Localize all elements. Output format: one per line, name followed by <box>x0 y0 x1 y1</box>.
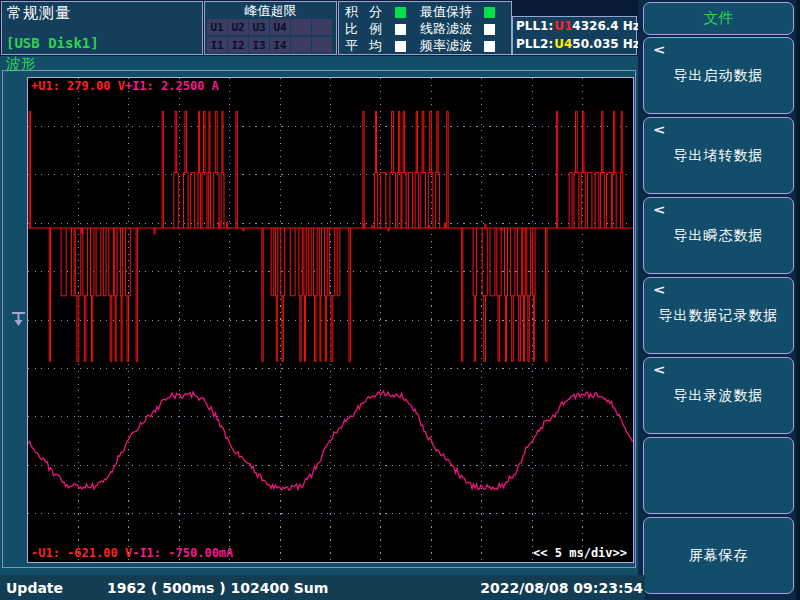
peak-cell <box>291 19 311 35</box>
timebase-label: << 5 ms/div>> <box>533 546 627 560</box>
usb-disk-status: [USB Disk1] <box>6 35 99 51</box>
measurement-mode-panel: 常规测量 [USB Disk1] <box>1 1 203 55</box>
sidebar-button-label: 导出启动数据 <box>674 67 764 85</box>
pll-value: 4326.4 Hz <box>572 19 640 33</box>
status-bar: Update 1962 ( 500ms ) 102400 Sum 2022/08… <box>0 575 645 600</box>
toggle-label-ratio: 比例 <box>345 20 387 38</box>
peak-over-limit-panel: 峰值超限 U1U2U3U4 I1I2I3I4 <box>204 1 337 55</box>
trigger-marker-icon[interactable] <box>10 311 28 329</box>
sidebar-file-menu: 文件 <导出启动数据<导出堵转数据<导出瞬态数据<导出数据记录数据<导出录波数据… <box>638 0 800 600</box>
peak-over-limit-row-i: I1I2I3I4 <box>207 37 332 53</box>
status-counter: 1962 ( 500ms ) 102400 Sum <box>107 580 328 596</box>
peak-cell: U1 <box>207 19 227 35</box>
toggle-label-average: 平均 <box>345 37 387 55</box>
integration-filter-panel: 积分最值保持比例线路滤波平均频率滤波 <box>338 1 512 55</box>
peak-cell <box>312 37 332 53</box>
pll-panel: PLL1:U14326.4 HzPLL2:U450.035 Hz <box>512 16 637 55</box>
peak-cell: I4 <box>270 37 290 53</box>
sidebar-title-file: 文件 <box>643 2 794 35</box>
toggle-label-integral: 积分 <box>345 3 387 21</box>
peak-cell <box>291 37 311 53</box>
sidebar-button-export-stall-data[interactable]: <导出堵转数据 <box>643 117 794 194</box>
toggle-indicator-ratio[interactable] <box>395 24 406 35</box>
waveform-panel: +U1: 279.00 V+I1: 2.2500 A -U1: -621.00 … <box>2 70 636 568</box>
peak-cell: I3 <box>249 37 269 53</box>
sidebar-button-export-datalog-data[interactable]: <导出数据记录数据 <box>643 277 794 354</box>
pll-source: U1 <box>554 19 572 33</box>
peak-cell: I2 <box>228 37 248 53</box>
main-area: 波形 +U1: 279.00 V+I1: 2.2500 A -U1: -621.… <box>0 56 638 575</box>
toggle-indicator-average[interactable] <box>395 41 406 52</box>
peak-cell <box>312 19 332 35</box>
pll-value: 50.035 Hz <box>572 37 640 51</box>
softkey-arrow-icon: < <box>653 363 667 377</box>
scale-labels-top: +U1: 279.00 V+I1: 2.2500 A <box>31 79 219 93</box>
sidebar-button-label: 导出瞬态数据 <box>674 227 764 245</box>
softkey-arrow-icon: < <box>653 203 667 217</box>
sidebar-button-export-record-data[interactable]: <导出录波数据 <box>643 357 794 434</box>
i1-min-label: -I1: -750.00mA <box>132 546 233 560</box>
sidebar-button-label: 导出数据记录数据 <box>659 307 779 325</box>
toggle-label-line-filter: 线路滤波 <box>420 20 476 38</box>
toggle-row: 积分最值保持 <box>345 4 495 20</box>
mode-title: 常规测量 <box>7 4 71 23</box>
peak-cell: U3 <box>249 19 269 35</box>
sidebar-button-label: 屏幕保存 <box>689 547 749 565</box>
peak-over-limit-title: 峰值超限 <box>205 2 336 20</box>
u1-min-label: -U1: -621.00 V <box>31 546 132 560</box>
sidebar-button-export-transient-data[interactable]: <导出瞬态数据 <box>643 197 794 274</box>
i1-max-label: +I1: 2.2500 A <box>125 79 219 93</box>
waveform-svg <box>28 78 633 562</box>
peak-cell: U2 <box>228 19 248 35</box>
toggle-indicator-line-filter[interactable] <box>484 24 495 35</box>
header-bar: 常规测量 [USB Disk1] 峰值超限 U1U2U3U4 I1I2I3I4 … <box>0 0 638 56</box>
toggle-row: 比例线路滤波 <box>345 21 495 37</box>
sidebar-button-export-start-data[interactable]: <导出启动数据 <box>643 37 794 114</box>
softkey-arrow-icon: < <box>653 123 667 137</box>
scale-labels-bottom: -U1: -621.00 V-I1: -750.00mA <box>31 546 233 560</box>
toggle-row: 平均频率滤波 <box>345 38 495 54</box>
status-update-label: Update <box>6 580 63 596</box>
pll-row: PLL1:U14326.4 Hz <box>513 17 636 35</box>
toggle-indicator-integral[interactable] <box>395 7 406 18</box>
pll-row: PLL2:U450.035 Hz <box>513 35 636 53</box>
sidebar-button-screen-save[interactable]: 屏幕保存 <box>643 517 794 594</box>
pll-source: U4 <box>554 37 572 51</box>
softkey-arrow-icon: < <box>653 283 667 297</box>
waveform-plot: +U1: 279.00 V+I1: 2.2500 A -U1: -621.00 … <box>27 77 634 563</box>
u1-max-label: +U1: 279.00 V <box>31 79 125 93</box>
softkey-arrow-icon: < <box>653 43 667 57</box>
sidebar-button-empty[interactable] <box>643 437 794 514</box>
sidebar-button-label: 导出堵转数据 <box>674 147 764 165</box>
peak-over-limit-row-u: U1U2U3U4 <box>207 19 332 35</box>
peak-cell: I1 <box>207 37 227 53</box>
status-datetime: 2022/08/08 09:23:54 <box>480 580 643 596</box>
toggle-label-freq-filter: 频率滤波 <box>420 37 476 55</box>
waveform-tab-label[interactable]: 波形 <box>6 55 36 74</box>
sidebar-button-label: 导出录波数据 <box>674 387 764 405</box>
toggle-label-max-hold: 最值保持 <box>420 3 476 21</box>
peak-cell: U4 <box>270 19 290 35</box>
toggle-indicator-max-hold[interactable] <box>484 7 495 18</box>
pll-label: PLL2: <box>516 37 553 51</box>
toggle-indicator-freq-filter[interactable] <box>484 41 495 52</box>
pll-label: PLL1: <box>516 19 553 33</box>
